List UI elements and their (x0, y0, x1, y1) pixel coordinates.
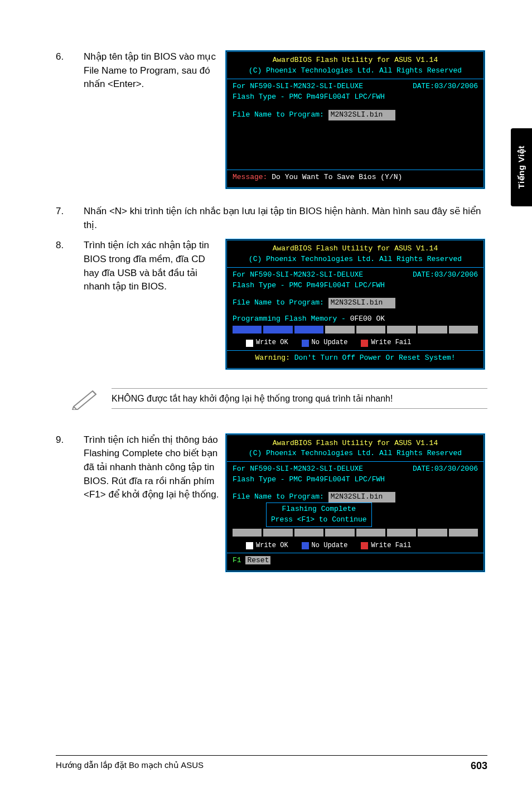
bios1-copyright: (C) Phoenix Technologies Ltd. All Rights… (233, 66, 478, 76)
step-9: 9. Trình tiện ích hiển thị thông báo Fla… (56, 433, 220, 502)
bios3-reset: Reset (245, 556, 270, 564)
bios2-prog-addr: 0FE00 OK (350, 315, 385, 323)
step-7-text: Nhấn <N> khi trình tiện ích nhắc bạn lưu… (84, 205, 487, 232)
step-7: 7. Nhấn <N> khi trình tiện ích nhắc bạn … (56, 205, 487, 232)
step-8-text: Trình tiện ích xác nhận tập tin BIOS tro… (84, 239, 220, 294)
bios2-prog-label: Programming Flash Memory - (233, 315, 350, 323)
bios3-board: For NF590-SLI-M2N32-SLI-DELUXE (233, 465, 363, 473)
bios3-press-f1: Press <F1> to Continue (271, 515, 367, 525)
bios1-message-row: Message: Do You Want To Save Bios (Y/N) (233, 172, 478, 183)
bios1-msg-label: Message: (233, 173, 267, 181)
swatch-blue-icon (302, 340, 309, 347)
swatch-white-icon (246, 340, 253, 347)
bios2-flash-type: Flash Type - PMC Pm49FL004T LPC/FWH (233, 281, 478, 291)
page-content: 6. Nhập tên tập tin BIOS vào mục File Na… (0, 0, 532, 802)
bios-screen-2: AwardBIOS Flash Utility for ASUS V1.14 (… (225, 239, 485, 369)
page-number: 603 (471, 760, 487, 772)
step-6-number: 6. (56, 50, 84, 91)
step-9-text: Trình tiện ích hiển thị thông báo Flashi… (84, 433, 220, 502)
bios3-flash-complete: Flashing Complete (271, 504, 367, 515)
swatch-red-icon (361, 542, 368, 549)
bios3-f1-label: F1 (233, 556, 241, 564)
bios1-title: AwardBIOS Flash Utility for ASUS V1.14 (233, 55, 478, 66)
bios1-date: DATE:03/30/2006 (413, 81, 478, 92)
bios3-f1-row: F1 Reset (233, 555, 478, 566)
bios2-board: For NF590-SLI-M2N32-SLI-DELUXE (233, 270, 363, 279)
legend-no-update: No Update (302, 338, 348, 347)
bios2-file-value: M2N32SLI.bin (328, 298, 395, 308)
legend3-no-update: No Update (302, 541, 348, 550)
bios2-warning-row: Warning: Don't Turn Off Power Or Reset S… (233, 353, 478, 364)
bios1-flash-type: Flash Type - PMC Pm49FL004T LPC/FWH (233, 92, 478, 103)
pencil-note-icon (70, 385, 100, 412)
legend3-write-ok: Write OK (246, 541, 288, 550)
bios2-copyright: (C) Phoenix Technologies Ltd. All Rights… (233, 254, 478, 265)
step-6-row: 6. Nhập tên tập tin BIOS vào mục File Na… (56, 50, 487, 189)
step-7-number: 7. (56, 205, 84, 232)
bios-screen-1: AwardBIOS Flash Utility for ASUS V1.14 (… (225, 50, 485, 189)
bios3-copyright: (C) Phoenix Technologies Ltd. All Rights… (233, 448, 478, 459)
step-6-text: Nhập tên tập tin BIOS vào mục File Name … (84, 50, 220, 91)
step-9-row: 9. Trình tiện ích hiển thị thông báo Fla… (56, 433, 487, 572)
bios2-warn-text: Don't Turn Off Power Or Reset System! (290, 354, 455, 362)
legend-write-fail: Write Fail (361, 338, 411, 347)
bios3-board-row: For NF590-SLI-M2N32-SLI-DELUXEDATE:03/30… (233, 464, 478, 475)
bios2-legend: Write OK No Update Write Fail (233, 338, 478, 347)
bios1-board: For NF590-SLI-M2N32-SLI-DELUXE (233, 82, 363, 90)
legend3-write-fail: Write Fail (361, 541, 411, 550)
swatch-white-icon (246, 542, 253, 549)
step-8: 8. Trình tiện ích xác nhận tập tin BIOS … (56, 239, 220, 294)
bios2-progress-bar (233, 326, 478, 334)
legend-write-ok: Write OK (246, 338, 288, 347)
step-6: 6. Nhập tên tập tin BIOS vào mục File Na… (56, 50, 220, 91)
footer-left: Hướng dẫn lắp đặt Bo mạch chủ ASUS (56, 760, 204, 772)
bios1-file-label: File Name to Program: (233, 110, 324, 119)
bios3-date: DATE:03/30/2006 (413, 464, 478, 475)
bios1-file-row: File Name to Program: M2N32SLI.bin (233, 110, 478, 120)
bios2-date: DATE:03/30/2006 (413, 270, 478, 281)
step-9-number: 9. (56, 433, 84, 502)
page-footer: Hướng dẫn lắp đặt Bo mạch chủ ASUS 603 (56, 755, 487, 772)
note-callout: KHÔNG được tắt hay khởi động lại hệ thốn… (70, 385, 487, 412)
bios2-warn-label: Warning: (255, 354, 290, 362)
bios3-flash-type: Flash Type - PMC Pm49FL004T LPC/FWH (233, 475, 478, 485)
bios3-legend: Write OK No Update Write Fail (233, 541, 478, 550)
bios3-file-label: File Name to Program: (233, 492, 324, 501)
bios1-msg-text: Do You Want To Save Bios (Y/N) (267, 173, 402, 181)
bios3-progress-bar (233, 529, 478, 537)
bios3-flash-complete-box: Flashing Complete Press <F1> to Continue (266, 503, 372, 527)
step-8-number: 8. (56, 239, 84, 294)
bios2-prog-row: Programming Flash Memory - 0FE00 OK (233, 314, 478, 325)
swatch-red-icon (361, 340, 368, 347)
bios3-title: AwardBIOS Flash Utility for ASUS V1.14 (233, 438, 478, 449)
bios3-file-row: File Name to Program: M2N32SLI.bin (233, 492, 478, 503)
bios2-board-row: For NF590-SLI-M2N32-SLI-DELUXEDATE:03/30… (233, 270, 478, 281)
step-8-row: 8. Trình tiện ích xác nhận tập tin BIOS … (56, 239, 487, 369)
bios1-board-row: For NF590-SLI-M2N32-SLI-DELUXEDATE:03/30… (233, 81, 478, 92)
note-text: KHÔNG được tắt hay khởi động lại hệ thốn… (112, 389, 487, 408)
bios1-file-input[interactable]: M2N32SLI.bin (328, 110, 395, 120)
bios-screen-3: AwardBIOS Flash Utility for ASUS V1.14 (… (225, 433, 485, 572)
swatch-blue-icon (302, 542, 309, 549)
bios2-title: AwardBIOS Flash Utility for ASUS V1.14 (233, 244, 478, 254)
bios2-file-label: File Name to Program: (233, 298, 324, 307)
bios3-file-value: M2N32SLI.bin (328, 492, 395, 503)
bios2-file-row: File Name to Program: M2N32SLI.bin (233, 298, 478, 308)
